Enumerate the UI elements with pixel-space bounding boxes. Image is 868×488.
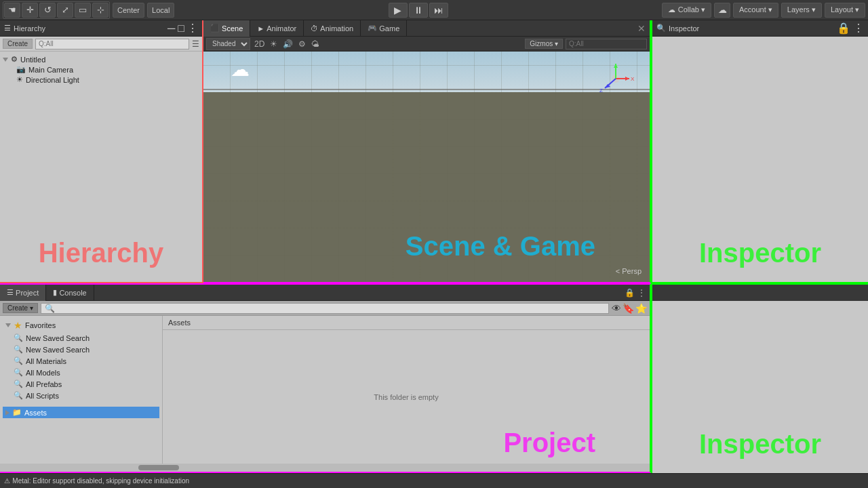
scene-tab-icon: ⬛	[210, 24, 220, 33]
account-button[interactable]: Account ▾	[733, 3, 778, 18]
project-search-input[interactable]	[41, 303, 609, 314]
project-scrollbar[interactable]	[0, 464, 650, 472]
hierarchy-toolbar: Create ☰	[0, 37, 202, 52]
hierarchy-directional-light[interactable]: ☀ Directional Light	[16, 75, 199, 85]
inspector-lock-icon[interactable]: 🔒	[837, 22, 850, 35]
assets-tree-label: Assets	[24, 409, 47, 417]
lock-icon[interactable]: 🔒	[625, 288, 635, 298]
saved-search-1-label: New Saved Search	[26, 334, 90, 342]
assets-empty-message: This folder is empty	[163, 330, 650, 464]
all-scripts[interactable]: 🔍 All Scripts	[11, 390, 159, 401]
scene-toolbar: Shaded 2D ☀ 🔊 ⚙ 🌤 Gizmos ▾	[203, 37, 650, 52]
tab-scene[interactable]: ⬛ Scene	[203, 20, 250, 37]
search-icon-2: 🔍	[14, 345, 23, 354]
shading-dropdown[interactable]: Shaded	[206, 38, 250, 50]
hierarchy-scene-item[interactable]: ⚙ Untitled	[3, 54, 199, 64]
gizmo-widget: X Z	[595, 58, 636, 99]
arrow-right-assets	[5, 410, 9, 415]
persp-label: < Persp	[616, 267, 642, 275]
hierarchy-search-input[interactable]	[35, 39, 189, 49]
light-icon: ☀	[16, 75, 23, 84]
all-materials[interactable]: 🔍 All Materials	[11, 355, 159, 367]
assets-header: Assets	[163, 316, 650, 330]
hierarchy-header: ☰ Hierarchy ─ □ ⋮	[0, 20, 202, 37]
hierarchy-panel: ☰ Hierarchy ─ □ ⋮ Create ☰ ⚙ Untitled	[0, 20, 203, 283]
transform-tool-btn[interactable]: ⊹	[92, 3, 108, 18]
scene-fx-button[interactable]: ⚙	[297, 39, 307, 49]
scene-view[interactable]: ☁ X	[203, 52, 650, 282]
scene-2d-button[interactable]: 2D	[253, 39, 266, 49]
svg-marker-2	[625, 77, 629, 81]
hierarchy-main-camera[interactable]: 📷 Main Camera	[16, 64, 199, 75]
game-tab-label: Game	[379, 24, 399, 33]
svg-text:Z: Z	[599, 87, 603, 94]
pause-button[interactable]: ⏸	[409, 3, 428, 18]
tab-game[interactable]: 🎮 Game	[361, 20, 407, 37]
hierarchy-options-icon[interactable]: ☰	[192, 39, 199, 49]
cloud-button[interactable]: ☁	[714, 3, 730, 18]
project-tab-icon: ☰	[7, 288, 14, 297]
tab-animator[interactable]: ► Animator	[250, 20, 304, 37]
tab-console[interactable]: ▮ Console	[46, 285, 94, 301]
local-button[interactable]: Local	[147, 3, 174, 18]
rect-tool-btn[interactable]: ▭	[75, 3, 91, 18]
collab-button[interactable]: ☁ Collab ▾	[662, 3, 711, 18]
project-bookmark-button[interactable]: 🔖	[623, 303, 634, 314]
scene-panel-close[interactable]: ✕	[637, 23, 650, 34]
assets-tree-item[interactable]: 📁 Assets	[3, 407, 159, 418]
console-tab-icon: ▮	[53, 288, 57, 297]
transform-tools: ☚ ✛ ↺ ⤢ ▭ ⊹	[3, 1, 110, 19]
directional-light-label: Directional Light	[26, 76, 79, 84]
animator-tab-label: Animator	[267, 24, 296, 33]
star-icon: ★	[14, 320, 22, 331]
scene-panel: ⬛ Scene ► Animator ⏱ Animation 🎮 Game ✕	[203, 20, 651, 283]
scene-search-input[interactable]	[566, 39, 647, 49]
project-search-wrapper: 🔍	[41, 303, 609, 314]
all-prefabs[interactable]: 🔍 All Prefabs	[11, 378, 159, 390]
saved-search-1[interactable]: 🔍 New Saved Search	[11, 332, 159, 344]
playback-controls: ▶ ⏸ ⏭	[177, 3, 658, 18]
project-star-button[interactable]: ⭐	[635, 303, 647, 314]
project-eye-button[interactable]: 👁	[612, 303, 621, 314]
scene-sky-button[interactable]: 🌤	[310, 39, 321, 49]
inspector-icon: 🔍	[656, 24, 666, 33]
warning-icon: ⚠	[4, 477, 10, 485]
inspector-options-icon[interactable]: ⋮	[853, 22, 864, 35]
layers-button[interactable]: Layers ▾	[781, 3, 822, 18]
project-scroll-thumb[interactable]	[138, 465, 179, 470]
play-button[interactable]: ▶	[389, 3, 408, 18]
animation-tab-icon: ⏱	[311, 24, 318, 33]
tab-project[interactable]: ☰ Project	[0, 285, 46, 301]
step-button[interactable]: ⏭	[429, 3, 448, 18]
hierarchy-close[interactable]: ⋮	[187, 22, 198, 35]
scene-audio-button[interactable]: 🔊	[281, 39, 294, 49]
rotate-tool-btn[interactable]: ↺	[39, 3, 56, 18]
inspector-lower-overlay-label: Inspector	[699, 429, 821, 460]
favorites-header[interactable]: ★ Favorites	[3, 319, 159, 332]
inspector-lower-panel: Inspector	[651, 283, 868, 473]
project-tab-icons: 🔒 ⋮	[625, 288, 650, 298]
hierarchy-minimize[interactable]: ─	[167, 22, 175, 35]
scale-tool-btn[interactable]: ⤢	[57, 3, 73, 18]
hierarchy-create-button[interactable]: Create	[3, 39, 33, 49]
all-models[interactable]: 🔍 All Models	[11, 367, 159, 378]
hierarchy-icon: ☰	[4, 24, 11, 33]
hierarchy-maximize[interactable]: □	[178, 22, 184, 35]
scene-light-button[interactable]: ☀	[269, 39, 279, 49]
gizmo-svg: X Z	[595, 58, 636, 99]
status-message: Metal: Editor support disabled, skipping…	[12, 477, 189, 485]
project-create-button[interactable]: Create ▾	[3, 303, 38, 313]
panel-options-icon[interactable]: ⋮	[637, 288, 646, 298]
upper-area: ☰ Hierarchy ─ □ ⋮ Create ☰ ⚙ Untitled	[0, 20, 868, 283]
inspector-panel: 🔍 Inspector 🔒 ⋮ Inspector	[651, 20, 868, 283]
move-tool-btn[interactable]: ✛	[22, 3, 38, 18]
layout-button[interactable]: Layout ▾	[825, 3, 865, 18]
hierarchy-title: Hierarchy	[14, 24, 45, 33]
gizmos-button[interactable]: Gizmos ▾	[525, 39, 563, 49]
tab-animation[interactable]: ⏱ Animation	[304, 20, 361, 37]
inspector-lower-header	[652, 285, 868, 301]
hand-tool-btn[interactable]: ☚	[4, 3, 20, 18]
lower-area: ☰ Project ▮ Console 🔒 ⋮ Create ▾ 🔍	[0, 283, 868, 473]
saved-search-2[interactable]: 🔍 New Saved Search	[11, 344, 159, 355]
center-button[interactable]: Center	[113, 3, 144, 18]
